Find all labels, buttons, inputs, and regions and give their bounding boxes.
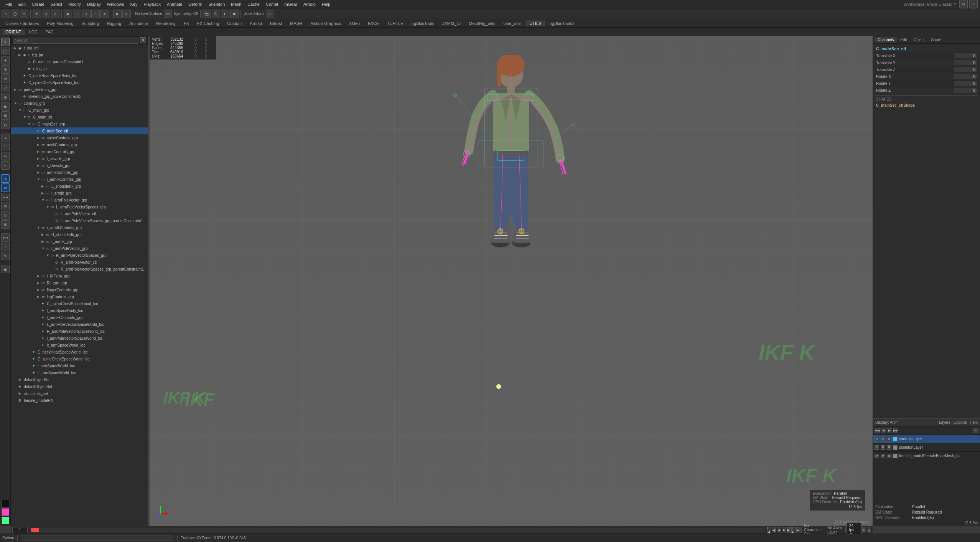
layer-skeleton-swatch[interactable] [893, 445, 898, 450]
tab-orient[interactable]: ORIENT [2, 29, 25, 35]
menu-file[interactable]: File [2, 1, 15, 7]
layer-back-icon[interactable]: ◀◀ [875, 428, 880, 433]
stop-icon[interactable]: ⏹ [230, 10, 239, 18]
stop-btn[interactable]: ■ [782, 527, 786, 533]
tree-item[interactable]: ◇ R_armPoleVector_ctl [11, 259, 148, 266]
translate-x-value[interactable]: 0 [954, 53, 977, 58]
menu-cache[interactable]: Cache [244, 1, 263, 7]
tab-animation[interactable]: Animation [125, 20, 152, 26]
annotation-icon[interactable]: ✎ [1, 252, 10, 260]
tree-item[interactable]: ✦ lt_armSpaceWorld_loc [11, 342, 148, 349]
layer-female-model[interactable]: V P R female_modelFemaleBaseMesh_La [873, 452, 980, 460]
pencil-icon[interactable]: ✏ [1, 152, 10, 160]
layer-forward-icon[interactable]: ▶▶ [893, 428, 898, 433]
outliner-search-input[interactable] [13, 37, 138, 44]
tree-item[interactable]: ▼ ▭ controls_grp [11, 100, 148, 107]
tab-poly-modeling[interactable]: Poly Modeling [43, 20, 77, 26]
layer-r-btn[interactable]: R [887, 437, 891, 441]
menu-mgear[interactable]: mGear [281, 1, 300, 7]
translate-x-row[interactable]: Translate X 0 [875, 52, 978, 59]
tree-item[interactable]: ✦ C_spineChestSpaceLocal_loc [11, 300, 148, 307]
tree-item[interactable]: ▶ ▭ R_shoulderIk_grp [11, 231, 148, 238]
curve-tool-icon[interactable]: ∿ [1, 134, 10, 142]
snap-curve-icon[interactable]: ~ [91, 10, 100, 18]
show-manip-icon[interactable]: ⊞ [1, 111, 10, 120]
layer-model-swatch[interactable] [893, 454, 898, 458]
rewind-to-start-btn[interactable]: |◀ [767, 527, 771, 533]
frame-number[interactable]: 1 [12, 527, 28, 533]
menu-key[interactable]: Key [127, 1, 140, 7]
tree-item[interactable]: ⊙ L_armPoleVectorSpaces_grp_parentConstr… [11, 217, 148, 224]
ik-spline-icon[interactable]: ≋ [1, 202, 10, 210]
camera-icon[interactable]: 📷 [203, 10, 211, 18]
translate-z-value[interactable]: 0 [954, 67, 977, 72]
tab-fx[interactable]: FX [180, 20, 193, 26]
tree-item[interactable]: ⊞ female_modelRN [11, 397, 148, 404]
tree-item[interactable]: ▼ ▭ C_main_grp [11, 107, 148, 114]
settings-icon[interactable]: ⚙ [959, 0, 968, 8]
param-curve-icon[interactable]: ⌇ [1, 243, 10, 251]
tree-item[interactable]: ✦ C_neckHeadSpaceWorld_loc [11, 349, 148, 355]
play-forward-btn[interactable]: ▶ [787, 527, 791, 533]
tree-item[interactable]: ✦ C_spineChestSpaceBody_loc [11, 79, 148, 86]
tab-custom[interactable]: Custom [223, 20, 245, 26]
tree-item[interactable]: ▼ ▭ l_armPoleVector_grp [11, 197, 148, 203]
soft-select-icon[interactable]: ◉ [1, 102, 10, 111]
tree-item[interactable]: ▼ ◇ C_main_ctl [11, 114, 148, 121]
tree-item[interactable]: ▶ ▭ armIkControls_grp [11, 169, 148, 176]
layer-skeleton-vis[interactable]: V [875, 445, 879, 450]
translate-y-value[interactable]: 0 [954, 60, 977, 65]
tab-sculpting[interactable]: Sculpting [78, 20, 103, 26]
tree-item[interactable]: ▼ ▭ L_armPoleVectorSpaces_grp [11, 203, 148, 210]
scale-tool-icon[interactable]: ⤢ [1, 84, 10, 92]
layer-model-vis[interactable]: V [875, 454, 879, 458]
move-tool-icon[interactable]: ✛ [1, 65, 10, 74]
snap-grid-icon[interactable]: # [82, 10, 91, 18]
layer-model-p[interactable]: P [881, 454, 885, 458]
tree-item[interactable]: ▶ ▭ l_clavicle_grp [11, 155, 148, 162]
layer-add-icon[interactable]: + [973, 428, 978, 433]
tree-item[interactable]: ▼ ▭ R_armPoleVectorSpaces_grp [11, 252, 148, 259]
layer-controls[interactable]: V P R controlsLayer [873, 435, 980, 443]
rotate-x-value[interactable]: 0 [954, 74, 977, 79]
playback-extra-btn[interactable]: ◎ [867, 527, 871, 533]
tree-item[interactable]: ▼ ▭ l_armIkControls_grp [11, 176, 148, 183]
tree-item[interactable]: ▶ ▭ parts_skeleton_grp [11, 86, 148, 93]
tab-arnold[interactable]: Arnold [246, 20, 266, 26]
layer-skeleton-r[interactable]: R [887, 445, 891, 450]
tab-channels[interactable]: Channels [875, 37, 897, 43]
tab-bifrost[interactable]: Bifrost [266, 20, 286, 26]
menu-playback[interactable]: Playback [140, 1, 164, 7]
lasso-icon[interactable]: ◯ [11, 10, 19, 18]
tree-item[interactable]: ✦ R_armPoleVectorSpaceWorld_loc [11, 328, 148, 335]
tab-mechrig[interactable]: MechRig_utils [465, 20, 499, 26]
tree-item[interactable]: ▼ ▭ C_mainSec_grp [11, 121, 148, 127]
joint-icon[interactable]: ⊛ [1, 183, 10, 192]
tab-show[interactable]: Show [928, 37, 944, 43]
rotate-y-row[interactable]: Rotate Y 0 [875, 80, 978, 87]
tab-object[interactable]: Object [911, 37, 928, 43]
viewport-canvas[interactable]: IKF IKF K IKF K IKF K 2D PanZoom : persp [149, 36, 873, 526]
command-input[interactable] [21, 535, 174, 541]
soft-select-icon[interactable]: ◉ [64, 10, 72, 18]
rotate-z-row[interactable]: Rotate Z 0 [875, 87, 978, 94]
step-forward-btn[interactable]: |▶ [791, 527, 796, 533]
tab-edit[interactable]: Edit [897, 37, 910, 43]
tree-item[interactable]: ▶ ▭ spineControls_grp [11, 134, 148, 141]
render-icon[interactable]: ▶ [113, 10, 122, 18]
play-back-btn[interactable]: ◀ [777, 527, 781, 533]
tab-motion-graphics[interactable]: Motion Graphics [306, 20, 345, 26]
measure-icon[interactable]: ⟺ [1, 233, 10, 242]
tree-item[interactable]: ▶ ▭ armControls_grp [11, 148, 148, 155]
menu-select[interactable]: Select [48, 1, 66, 7]
tab-mash[interactable]: MASH [286, 20, 306, 26]
options-tab[interactable]: Options [954, 420, 967, 425]
rotate-y-value[interactable]: 0 [954, 81, 977, 86]
layer-vis-v[interactable]: V [875, 437, 879, 441]
layer-next-icon[interactable]: ▶ [887, 428, 892, 433]
tree-item[interactable]: ⊙ R_armPoleVectorSpaces_grp_parentConstr… [11, 266, 148, 273]
timeline-slider[interactable]: 1 [31, 528, 815, 532]
tab-curves-surfaces[interactable]: Curves / Surfaces [2, 20, 43, 26]
menu-skeleton[interactable]: Skeleton [205, 1, 228, 7]
layer-skeleton[interactable]: V P R skeletonLayer [873, 443, 980, 452]
